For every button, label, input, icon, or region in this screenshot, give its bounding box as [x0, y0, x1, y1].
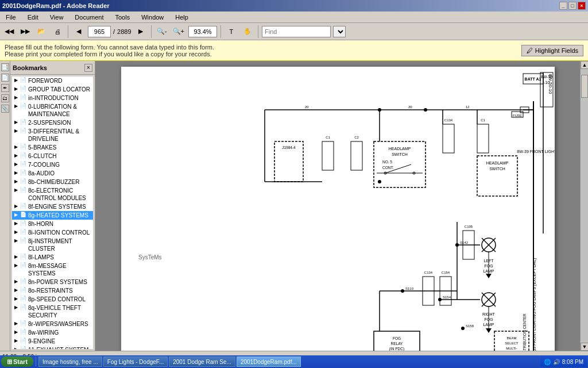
menu-edit[interactable]: Edit [24, 13, 42, 22]
bookmark-item-10[interactable]: ▶ 📄 8b-CHIME/BUZZER [12, 178, 93, 186]
print-button[interactable]: 🖨 [51, 25, 64, 39]
prev-page-button[interactable]: ◀ [72, 25, 86, 39]
scroll-up-button[interactable]: ▲ [581, 61, 588, 69]
bookmark-item-5[interactable]: ▶ 📄 3-DIFFERENTIAL & DRIVELINE [12, 127, 93, 143]
bookmark-item-4[interactable]: ▶ 📄 2-SUSPENSION [12, 118, 93, 127]
bookmark-item-14[interactable]: ▶ 📄 8h-HORN [12, 220, 93, 228]
bookmark-item-20[interactable]: ▶ 📄 8o-RESTRAINTS [12, 286, 93, 295]
bookmark-item-16[interactable]: ▶ 📄 8j-INSTRUMENT CLUSTER [12, 237, 93, 253]
bookmark-arrow: ▶ [14, 296, 19, 302]
bookmark-item-22[interactable]: ▶ 📄 8q-VEHICLE THEFT SECURITY [12, 304, 93, 320]
taskbar-task-4[interactable]: 2001DodgeRam.pdf... [237, 356, 301, 367]
window-controls[interactable]: _ □ × [559, 2, 586, 10]
menu-tools[interactable]: Tools [112, 13, 134, 22]
start-button[interactable]: ⊞ Start [1, 356, 33, 367]
bookmark-label: 3-DIFFERENTIAL & DRIVELINE [28, 128, 92, 143]
taskbar-task-1[interactable]: Image hosting, free ... [38, 356, 102, 367]
bookmark-arrow: ▶ [14, 144, 19, 150]
bookmark-label: 7-COOLING [28, 161, 92, 168]
bookmark-item-11[interactable]: ▶ 📄 8c-ELECTRONIC CONTROL MODULES [12, 186, 93, 202]
menu-document[interactable]: Document [71, 13, 107, 22]
bookmark-icon: 📄 [20, 178, 27, 185]
bookmark-label: 2-SUSPENSION [28, 119, 92, 126]
zoom-in-button[interactable]: 🔍+ [171, 25, 186, 39]
open-button[interactable]: 📂 [34, 25, 48, 39]
bookmark-item-19[interactable]: ▶ 📄 8n-POWER SYSTEMS [12, 278, 93, 286]
bookmark-item-25[interactable]: ▶ 📄 9-ENGINE [12, 337, 93, 346]
bookmark-icon: 📄 [20, 262, 27, 269]
svg-text:FOG: FOG [392, 336, 400, 340]
bookmark-arrow: ▶ [14, 103, 19, 109]
forward-button[interactable]: ▶▶ [18, 25, 32, 39]
bookmark-arrow: ▶ [14, 179, 19, 185]
bookmark-item-18[interactable]: ▶ 📄 8m-MESSAGE SYSTEMS [12, 262, 93, 278]
panel-title: Bookmarks [13, 64, 47, 71]
find-options-select[interactable] [333, 26, 346, 37]
zoom-input[interactable] [188, 26, 217, 37]
svg-text:C154: C154 [441, 271, 450, 274]
taskbar-task-2[interactable]: Fog Lights - DodgeF... [103, 356, 168, 367]
bookmark-item-2[interactable]: ▶ 📄 in-INTRODUCTION [12, 94, 93, 102]
bookmark-item-0[interactable]: ▶ 📄 FOREWORD [12, 76, 93, 85]
right-scrollbar[interactable]: ▲ ▼ [580, 61, 588, 351]
bookmark-item-9[interactable]: ▶ 📄 8a-AUDIO [12, 169, 93, 178]
pages-icon[interactable]: 📄 [1, 74, 9, 82]
menu-view[interactable]: View [47, 13, 67, 22]
bookmarks-tree[interactable]: ▶ 📄 FOREWORD ▶ 📄 GROUP TAB LOCATOR ▶ 📄 i… [11, 76, 94, 350]
hand-button[interactable]: ✋ [241, 25, 254, 39]
attach-icon[interactable]: 📎 [1, 105, 9, 113]
bookmark-item-1[interactable]: ▶ 📄 GROUP TAB LOCATOR [12, 85, 93, 94]
bookmark-label: 8m-MESSAGE SYSTEMS [28, 262, 92, 277]
bookmark-item-24[interactable]: ▶ 📄 8w-WIRING [12, 328, 93, 337]
content-area[interactable]: 8W-50-10 8W-50 -10 BATT A1 8W-39 FRONT L… [95, 61, 580, 351]
bookmark-item-6[interactable]: ▶ 📄 5-BRAKES [12, 143, 93, 152]
bookmark-item-15[interactable]: ▶ 📄 8i-IGNITION CONTROL [12, 228, 93, 237]
panel-close-button[interactable]: × [84, 64, 92, 72]
bookmark-item-3[interactable]: ▶ 📄 0-LUBRICATION & MAINTENANCE [12, 102, 93, 118]
bookmark-label: 8c-ELECTRONIC CONTROL MODULES [28, 187, 92, 202]
taskbar-task-3[interactable]: 2001 Dodge Ram Se... [169, 356, 235, 367]
bookmark-item-26[interactable]: ▶ 📄 11-EXHAUST SYSTEM [12, 346, 93, 350]
start-icon: ⊞ [7, 358, 12, 366]
bookmark-arrow: ▶ [14, 238, 19, 244]
bookmark-arrow: ▶ [14, 305, 19, 310]
bookmark-arrow: ▶ [14, 120, 19, 125]
menu-help[interactable]: Help [172, 13, 192, 22]
bookmark-icon: 📄 [20, 103, 27, 110]
highlight-fields-button[interactable]: 🖊 Highlight Fields [521, 45, 583, 56]
bookmarks-icon[interactable]: 📑 [1, 63, 9, 71]
bookmark-arrow: ▶ [14, 204, 19, 209]
svg-text:HEADLAMP: HEADLAMP [388, 147, 411, 151]
find-input[interactable] [262, 26, 331, 37]
maximize-button[interactable]: □ [568, 2, 577, 10]
bookmark-item-13[interactable]: ▶ 📄 8g-HEATED SYSTEMS [12, 211, 93, 220]
bookmark-item-8[interactable]: ▶ 📄 7-COOLING [12, 160, 93, 169]
bookmark-label: 5-BRAKES [28, 144, 92, 151]
menu-window[interactable]: Window [138, 13, 167, 22]
svg-text:BEAM: BEAM [506, 336, 516, 340]
svg-point-104 [424, 108, 427, 112]
bookmark-item-17[interactable]: ▶ 📄 8l-LAMPS [12, 253, 93, 262]
panel-toolbar: Bookmarks × [10, 61, 95, 75]
signatures-icon[interactable]: ✒ [1, 84, 9, 92]
bookmark-icon: 📄 [20, 203, 27, 210]
layers-icon[interactable]: 🗂 [1, 94, 9, 102]
scroll-down-button[interactable]: ▼ [581, 343, 588, 351]
zoom-out-button[interactable]: 🔍- [155, 25, 169, 39]
bookmark-item-21[interactable]: ▶ 📄 8p-SPEED CONTROL [12, 295, 93, 304]
back-button[interactable]: ◀◀ [2, 25, 16, 39]
bookmark-item-23[interactable]: ▶ 📄 8r-WIPERS/WASHERS [12, 320, 93, 328]
svg-text:C134: C134 [444, 118, 452, 122]
close-button[interactable]: × [578, 2, 586, 10]
bookmark-icon: 📄 [20, 296, 27, 302]
scroll-thumb[interactable] [581, 75, 588, 98]
select-button[interactable]: T [225, 25, 238, 39]
next-page-button[interactable]: ▶ [134, 25, 148, 39]
bookmark-item-7[interactable]: ▶ 📄 6-CLUTCH [12, 152, 93, 160]
bookmark-label: 8l-LAMPS [28, 254, 92, 261]
minimize-button[interactable]: _ [559, 2, 567, 10]
bookmark-item-12[interactable]: ▶ 📄 8f-ENGINE SYSTEMS [12, 202, 93, 211]
page-number-input[interactable] [88, 26, 111, 37]
bookmark-arrow: ▶ [14, 86, 19, 92]
menu-file[interactable]: File [2, 13, 20, 22]
